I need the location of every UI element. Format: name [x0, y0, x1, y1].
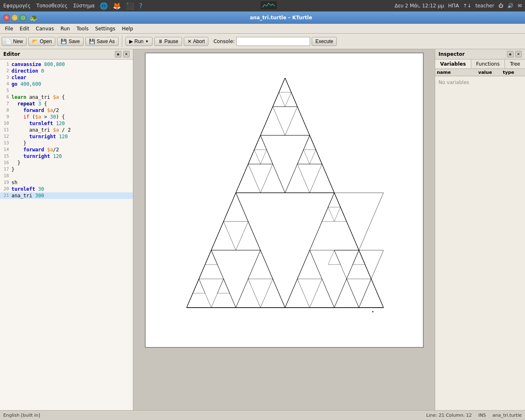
- svg-marker-50: [193, 279, 205, 293]
- run-button[interactable]: ▶ Run ▼: [126, 37, 153, 46]
- save-button[interactable]: 💾 Save: [57, 37, 83, 46]
- save-icon: 💾: [61, 39, 67, 44]
- code-line-13: 13 }: [0, 140, 133, 146]
- system-menu[interactable]: Σύστημα: [73, 3, 95, 9]
- canvas-panel: [133, 49, 435, 410]
- save-as-button[interactable]: 💾 Save As: [85, 37, 119, 46]
- open-icon: 📂: [32, 39, 38, 44]
- code-line-12: 12 turnright 120: [0, 133, 133, 140]
- svg-marker-30: [236, 221, 260, 250]
- inspector-close-button[interactable]: ✕: [515, 51, 522, 57]
- tab-tree[interactable]: Tree: [505, 59, 525, 68]
- pause-icon: ⏸: [158, 39, 163, 44]
- minimize-button[interactable]: –: [11, 14, 18, 21]
- close-button[interactable]: ✕: [3, 14, 10, 21]
- run-label: Run: [135, 39, 144, 44]
- svg-marker-24: [310, 164, 334, 193]
- abort-button[interactable]: ✕ Abort: [184, 37, 209, 46]
- inspector-header: Inspector ◈ ✕: [435, 49, 525, 59]
- menu-tools[interactable]: Tools: [73, 25, 92, 32]
- svg-marker-21: [260, 164, 285, 193]
- svg-marker-28: [224, 193, 248, 221]
- maximize-button[interactable]: □: [20, 14, 26, 21]
- abort-label: Abort: [193, 39, 205, 44]
- col-value: value: [478, 70, 503, 75]
- menu-canvas[interactable]: Canvas: [32, 25, 57, 32]
- system-bar: Εφαρμογές Τοποσθεσίες Σύστημα 🌐 🦊 ⬛ ? Δε…: [0, 0, 525, 11]
- svg-marker-47: [297, 150, 310, 164]
- console-group: Console:: [213, 37, 310, 46]
- app-icon: 🐢: [30, 14, 38, 22]
- code-line-20: 20 turnleft 30: [0, 186, 133, 192]
- inspector-body: No variables: [435, 76, 525, 410]
- code-line-14: 14 forward $a/2: [0, 146, 133, 153]
- menu-help[interactable]: Help: [119, 25, 136, 32]
- code-line-19: 19 sh: [0, 179, 133, 186]
- console-input[interactable]: [236, 37, 310, 46]
- inspector-detach-button[interactable]: ◈: [507, 51, 514, 57]
- chrome-icon[interactable]: 🌐: [100, 2, 108, 10]
- menu-run[interactable]: Run: [57, 25, 73, 32]
- editor-panel: Editor ◈ ✕ 1 canvassize 800,800 2 direct…: [0, 49, 133, 410]
- tab-variables[interactable]: Variables: [435, 59, 471, 68]
- pause-label: Pause: [164, 39, 178, 44]
- power-icon[interactable]: ⏻: [498, 3, 503, 9]
- col-type: type: [503, 70, 523, 75]
- editor-close-button[interactable]: ✕: [123, 51, 130, 57]
- svg-marker-42: [285, 92, 297, 107]
- editor-header-controls: ◈ ✕: [115, 51, 130, 57]
- firefox-icon[interactable]: 🦊: [113, 2, 121, 10]
- svg-marker-44: [248, 150, 260, 164]
- menu-bar: File Edit Canvas Run Tools Settings Help: [0, 24, 525, 34]
- title-bar: ✕ – □ 🐢 ana_tri.turtle – KTurtle: [0, 11, 525, 24]
- save-as-icon: 💾: [89, 39, 95, 44]
- code-line-11: 11 ana_tri $a / 2: [0, 127, 133, 133]
- editor-detach-button[interactable]: ◈: [115, 51, 121, 57]
- turtle-canvas: [145, 52, 424, 348]
- open-label: Open: [40, 39, 52, 44]
- help-icon[interactable]: ?: [139, 2, 143, 10]
- code-line-18: 18: [0, 173, 133, 179]
- editor-title: Editor: [3, 51, 20, 57]
- svg-marker-46: [304, 135, 316, 150]
- inspector-table-header: name value type: [435, 69, 525, 76]
- pause-button[interactable]: ⏸ Pause: [154, 37, 182, 46]
- main-content: Editor ◈ ✕ 1 canvassize 800,800 2 direct…: [0, 49, 525, 410]
- toolbar: 📄 New 📂 Open 💾 Save 💾 Save As ▶ Run ▼ ⏸ …: [0, 34, 525, 49]
- col-name: name: [437, 70, 478, 75]
- menu-settings[interactable]: Settings: [92, 25, 119, 32]
- svg-marker-40: [279, 78, 291, 92]
- power-label: ΗΠΑ: [448, 3, 459, 9]
- execute-button[interactable]: Execute: [312, 37, 337, 46]
- inspector-title: Inspector: [438, 51, 465, 57]
- menu-edit[interactable]: Edit: [16, 25, 32, 32]
- system-bar-left: Εφαρμογές Τοποσθεσίες Σύστημα 🌐 🦊 ⬛ ?: [3, 2, 143, 10]
- editor-header: Editor ◈ ✕: [0, 49, 133, 59]
- svg-marker-52: [328, 193, 340, 207]
- code-line-2: 2 direction 0: [0, 68, 133, 74]
- run-dropdown-icon: ▼: [145, 39, 149, 43]
- code-area[interactable]: 1 canvassize 800,800 2 direction 0 3 cle…: [0, 59, 133, 410]
- status-filename: ana_tri.turtle: [493, 413, 522, 418]
- code-line-16: 16 }: [0, 160, 133, 166]
- menu-file[interactable]: File: [2, 25, 16, 32]
- terminal-icon[interactable]: ⬛: [126, 2, 134, 10]
- new-button[interactable]: 📄 New: [2, 37, 27, 46]
- save-label: Save: [68, 39, 80, 44]
- inspector-panel: Inspector ◈ ✕ Variables Functions Tree n…: [435, 49, 525, 410]
- tab-functions[interactable]: Functions: [471, 59, 505, 68]
- code-line-4: 4 go 400,600: [0, 81, 133, 87]
- status-right: Line: 21 Column: 12 INS ana_tri.turtle: [426, 413, 522, 418]
- svg-marker-36: [310, 279, 334, 308]
- envelope-icon[interactable]: ✉: [518, 3, 522, 9]
- open-button[interactable]: 📂 Open: [28, 37, 55, 46]
- app-menu: Εφαρμογές Τοποσθεσίες Σύστημα: [3, 3, 95, 9]
- apps-menu[interactable]: Εφαρμογές: [3, 3, 31, 9]
- code-line-6: 6 learn ana_tri $a {: [0, 94, 133, 100]
- inspector-header-controls: ◈ ✕: [507, 51, 522, 57]
- svg-marker-38: [334, 279, 359, 308]
- run-icon: ▶: [129, 39, 133, 44]
- svg-marker-48: [310, 150, 322, 164]
- volume-icon[interactable]: 🔊: [507, 3, 514, 9]
- places-menu[interactable]: Τοποσθεσίες: [37, 3, 68, 9]
